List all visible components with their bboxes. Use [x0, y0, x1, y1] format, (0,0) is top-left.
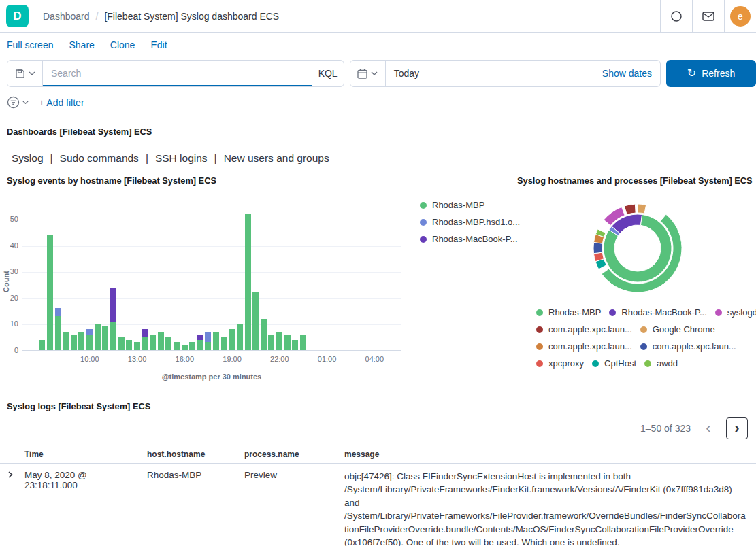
histogram-bar[interactable]: [245, 214, 251, 350]
newsfeed-button[interactable]: [692, 0, 724, 32]
menu-item-full-screen[interactable]: Full screen: [7, 39, 53, 50]
legend-item[interactable]: Rhodas-MBP.hsd1.o...: [420, 217, 520, 227]
donut-segment[interactable]: [624, 204, 636, 214]
user-menu-button[interactable]: e: [724, 0, 756, 32]
histogram-bar[interactable]: [221, 337, 227, 350]
histogram-bar[interactable]: [102, 326, 108, 350]
previous-page-button[interactable]: ‹: [697, 417, 719, 439]
filter-options-button[interactable]: [7, 96, 34, 109]
refresh-label: Refresh: [702, 68, 735, 79]
histogram-bar[interactable]: [205, 342, 211, 350]
menu-item-clone[interactable]: Clone: [110, 39, 135, 50]
histogram-bar[interactable]: [134, 342, 140, 350]
histogram-bar[interactable]: [174, 342, 180, 350]
date-range-value[interactable]: Today: [386, 61, 594, 86]
histogram-bar[interactable]: [197, 340, 203, 350]
legend-swatch: [592, 360, 599, 367]
add-filter-button[interactable]: + Add filter: [39, 97, 84, 108]
histogram-bar[interactable]: [284, 335, 291, 350]
histogram-bar[interactable]: [276, 332, 282, 350]
legend-item[interactable]: Rhodas-MBP: [420, 200, 520, 210]
space-avatar[interactable]: D: [6, 5, 29, 27]
saved-queries-button[interactable]: [7, 61, 43, 86]
chevron-down-icon: [22, 101, 29, 104]
donut-segment[interactable]: [593, 242, 602, 253]
histogram-bar[interactable]: [292, 340, 298, 350]
donut-segment[interactable]: [638, 204, 646, 214]
help-button[interactable]: [660, 0, 692, 32]
link-new-users-groups[interactable]: New users and groups: [224, 152, 329, 165]
legend-item[interactable]: com.apple.xpc.laun...: [536, 324, 632, 335]
histogram-bar[interactable]: [182, 345, 188, 350]
histogram-bar[interactable]: [237, 324, 243, 350]
histogram-bar[interactable]: [110, 322, 116, 350]
next-page-button[interactable]: ›: [726, 417, 748, 439]
menu-item-share[interactable]: Share: [69, 39, 94, 50]
gridline: [22, 272, 401, 273]
legend-item[interactable]: com.apple.xpc.laun...: [536, 341, 632, 352]
legend-item[interactable]: Rhodas-MacBook-P...: [420, 234, 520, 244]
breadcrumb-dashboard[interactable]: Dashboard: [43, 11, 90, 22]
dashboard-links: Syslog | Sudo commands | SSH logins | Ne…: [12, 152, 756, 165]
histogram-y-axis-label: Count: [2, 244, 10, 319]
histogram-bar[interactable]: [39, 340, 45, 350]
legend-item[interactable]: awdd: [644, 358, 678, 369]
histogram-bar[interactable]: [71, 335, 77, 350]
legend-label: syslogd: [727, 307, 756, 318]
link-syslog[interactable]: Syslog: [12, 152, 44, 165]
legend-item[interactable]: com.apple.xpc.laun...: [640, 341, 736, 352]
histogram-bar[interactable]: [205, 332, 211, 342]
legend-label: Rhodas-MBP: [432, 200, 484, 210]
x-axis-tick: 19:00: [223, 355, 242, 363]
histogram-bar[interactable]: [142, 329, 148, 337]
histogram-bar[interactable]: [55, 316, 61, 350]
legend-item[interactable]: xpcproxy: [536, 358, 584, 369]
legend-swatch: [536, 309, 543, 316]
legend-item[interactable]: Rhodas-MacBook-P...: [609, 307, 707, 318]
histogram-bar[interactable]: [63, 332, 69, 350]
histogram-bar[interactable]: [86, 329, 93, 335]
refresh-button[interactable]: ↻ Refresh: [666, 60, 756, 87]
legend-item[interactable]: Rhodas-MBP: [536, 307, 601, 318]
histogram-bar[interactable]: [229, 329, 235, 350]
date-picker: Today Show dates: [350, 60, 661, 87]
histogram-bar[interactable]: [78, 332, 84, 350]
chevron-down-icon: [29, 71, 35, 75]
histogram-bar[interactable]: [126, 340, 132, 350]
legend-item[interactable]: CptHost: [592, 358, 636, 369]
histogram-bar[interactable]: [189, 342, 195, 350]
breadcrumb-separator: /: [96, 11, 99, 22]
expand-row-button[interactable]: [0, 470, 19, 478]
search-input[interactable]: [43, 61, 312, 86]
legend-label: com.apple.xpc.laun...: [653, 341, 736, 352]
histogram-bar[interactable]: [300, 335, 306, 350]
link-ssh-logins[interactable]: SSH logins: [155, 152, 208, 165]
histogram-bar[interactable]: [118, 337, 125, 350]
query-bar: KQL Today Show dates ↻ Refresh: [0, 54, 756, 92]
show-dates-button[interactable]: Show dates: [594, 61, 660, 86]
histogram-bar[interactable]: [86, 335, 93, 350]
histogram-bar[interactable]: [268, 335, 274, 350]
dashboard-content: Dashboards [Filebeat System] ECS Syslog …: [0, 126, 756, 546]
legend-label: awdd: [657, 358, 678, 369]
histogram-bar[interactable]: [261, 319, 267, 350]
legend-item[interactable]: Google Chrome: [640, 324, 715, 335]
histogram-bar[interactable]: [213, 332, 219, 350]
histogram-bar[interactable]: [197, 335, 203, 340]
histogram-bar[interactable]: [47, 235, 53, 350]
gridline: [22, 220, 401, 220]
kql-toggle[interactable]: KQL: [312, 61, 344, 86]
histogram-bar[interactable]: [142, 337, 148, 350]
histogram-bar[interactable]: [150, 335, 156, 350]
menu-item-edit[interactable]: Edit: [150, 39, 167, 50]
histogram-bar[interactable]: [95, 324, 101, 350]
histogram-bar[interactable]: [165, 337, 171, 350]
link-sudo-commands[interactable]: Sudo commands: [60, 152, 139, 165]
histogram-bar[interactable]: [158, 332, 164, 350]
histogram-bar[interactable]: [110, 288, 116, 322]
histogram-bar[interactable]: [55, 308, 61, 316]
legend-swatch: [644, 360, 651, 367]
date-quick-select-button[interactable]: [350, 61, 386, 86]
histogram-bar[interactable]: [252, 292, 259, 350]
legend-item[interactable]: syslogd: [715, 307, 756, 318]
